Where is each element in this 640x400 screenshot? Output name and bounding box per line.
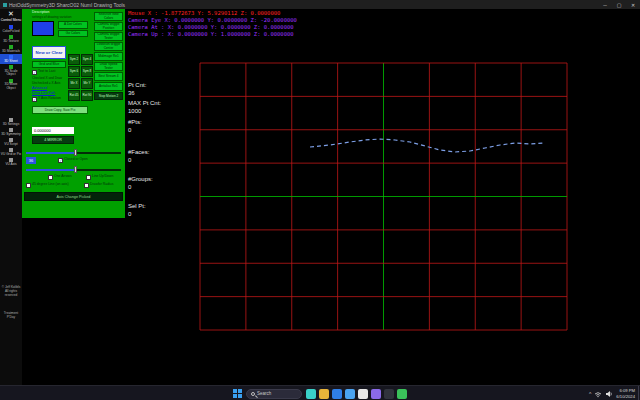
draw-copy-button[interactable]: Draw Copy, Saw Pix [32,106,88,114]
checkbox-box [84,183,89,188]
mir-x-button[interactable]: Mir X [68,78,80,89]
copyright-text: © Jeff Kolibls All rights reserved [1,285,21,297]
camera-eye-readout: Camera Eye X: 0.0000000 Y: 0.0000000 Z: … [128,17,297,23]
taskbar-notepad-icon[interactable] [358,389,368,399]
value-field[interactable]: 0.000000 [32,127,74,134]
dot-color-buttons: A Dot ColorsGo Colors [58,21,88,37]
one-arrows-checkbox[interactable]: One Arrows [48,175,72,180]
taskbar-copilot-icon[interactable] [306,389,316,399]
sidebar-item-colorpicked[interactable]: ColorPicked [0,24,22,34]
a-dot-colors-button[interactable]: A Dot Colors [58,21,88,29]
point-count-box[interactable]: 36 [26,157,36,164]
taskbar-app-green-icon[interactable] [397,389,407,399]
close-button[interactable]: ✕ [626,0,640,9]
deg45-line-checkbox[interactable]: 45 degree Line (on axis) [26,183,80,188]
advanced-link[interactable]: Advanced [32,86,47,90]
go-colors-button[interactable]: Go Colors [58,30,88,38]
search-label: Search [257,391,271,396]
symmetry-slider[interactable] [26,149,121,156]
taskbar-app-purple-icon[interactable] [371,389,381,399]
grid-axes-curve [125,9,640,385]
sidebar-item-vu-grid-or-pix[interactable]: VU Grid or Pix [0,147,22,157]
sym-6-button[interactable]: Sym 6 [68,66,80,77]
faces-value: 0 [128,157,131,163]
control-menu-label: Control Menu [0,18,22,22]
pt-cnt-label: Pt Cnt: [128,82,146,88]
closed-or-open-checkbox[interactable]: Closed or Open [58,158,88,163]
sidebar-item-vu-axis[interactable]: VU Axis [0,157,22,167]
sidebar-item-3d-settings[interactable]: 3D Settings [0,117,22,127]
color-swatch[interactable] [32,21,54,36]
best-stream-4-button[interactable]: Best Stream 4 [94,72,123,81]
checkbox-box [48,175,53,180]
checkbox-box [58,158,63,163]
pts-value: 0 [128,127,131,133]
groups-value: 0 [128,184,131,190]
sidebar-item-3d-move-object[interactable]: 3D Move Object [0,78,22,92]
axis-change-picked-button[interactable]: Axis Change Picked [24,192,123,201]
taskbar-edge-icon[interactable] [332,389,342,399]
y-axis-rotation-checkbox[interactable]: Y Axis Rotation [32,97,61,102]
sidebar-item-3d-sheet[interactable]: 3D Sheet [0,54,22,64]
clock-date: 6/10/2024 [616,394,635,399]
taskbar-file-explorer-icon[interactable] [319,389,329,399]
antialias-re1-button[interactable]: Antialias Re1 [94,82,123,91]
slider-handle[interactable] [74,149,78,156]
checked-note-line1: Checked X and Draw [32,77,62,81]
draw-speed-tester-button[interactable]: Draw Speed Tester [94,62,123,71]
checkbox-box [26,183,31,188]
minimize-button[interactable]: ─ [598,0,612,9]
sym-4-button[interactable]: Sym 4 [81,54,93,65]
slider-fill [26,169,75,172]
slider-handle[interactable] [74,166,78,173]
rot-45-button[interactable]: Rot 45 [68,90,80,101]
mirror-button[interactable]: 4 MIRROR [32,136,74,144]
rot-90-button[interactable]: Rot 90 [81,90,93,101]
pt-cnt-value: 36 [128,90,135,96]
sidebar-item-vu-script[interactable]: VU Script [0,137,22,147]
viewport-canvas[interactable]: Mouse X : -1.8772673 Y: 5.9290112 Z: 0.0… [125,9,640,385]
clock[interactable]: 6:09 PM 6/10/2024 [616,388,635,399]
draw-radius-checkbox[interactable]: Drawfor Radius [84,183,113,188]
new-or-clear-button[interactable]: New or Clear [32,46,66,59]
volume-icon[interactable] [605,390,613,398]
search-box[interactable]: Search [246,389,302,399]
start-button[interactable] [233,389,242,398]
maximize-button[interactable]: ▢ [612,0,626,9]
lomotion-wiggle-center-button[interactable]: LoMotion Wiggle Center [94,42,123,51]
radius-slider[interactable] [26,166,121,173]
treatment-label: Treatment P'Day [1,312,21,320]
taskbar-terminal-icon[interactable] [384,389,394,399]
line-up-down-checkbox[interactable]: Line Up/Down [86,175,113,180]
selective-new-colors-button[interactable]: Selective New Colors [94,12,123,21]
sidebar-group-bottom: 3D Settings 3D Symmetry VU Script VU Gri… [0,117,22,167]
midimage-re1-button[interactable]: Midimage Re1 [94,52,123,61]
sidebar-item-3d-symmetry[interactable]: 3D Symmetry [0,127,22,137]
taskbar-store-icon[interactable] [345,389,355,399]
checkbox-box [32,70,37,75]
taskbar: Search ^ 6:09 PM 6/10/2024 [0,385,640,400]
description-text: settings of drawing variation [32,15,72,19]
window-title: HotOddSymmetry3D SharcO02 NumI Drawing T… [9,2,598,8]
sym-8-button[interactable]: Sym 8 [81,66,93,77]
pts-label: #Pts: [128,119,142,125]
grid-and-blue-button[interactable]: Grid and Blue [32,61,66,68]
camera-wiggle-position-button[interactable]: Camera Wiggle Position [94,22,123,31]
sym-2-button[interactable]: Sym 2 [68,54,80,65]
checkbox-box [86,175,91,180]
camera-wiggle-tester-button[interactable]: Camera Wiggle Tester [94,32,123,41]
groups-label: #Groups: [128,176,153,182]
tray-chevron-icon[interactable]: ^ [589,391,591,397]
sidebar-item-3d-scale-object[interactable]: 3D Scale Object [0,64,22,78]
sidebar-item-3d-texture[interactable]: 3D Texture [0,34,22,44]
faces-label: #Faces: [128,149,149,155]
text-to-last-checkbox[interactable]: Text to Last [32,70,55,75]
mir-y-button[interactable]: Mir Y [81,78,93,89]
sidebar-item-3d-materials[interactable]: 3D Materials [0,44,22,54]
draw-line-path-link[interactable]: Draw Line Path [32,91,55,95]
app-icon [3,3,7,7]
wifi-icon[interactable] [594,390,602,398]
stop-motion-button[interactable]: Stop Motion 2 [94,92,123,100]
titlebar: HotOddSymmetry3D SharcO02 NumI Drawing T… [0,0,640,9]
taskbar-center: Search [233,386,407,400]
